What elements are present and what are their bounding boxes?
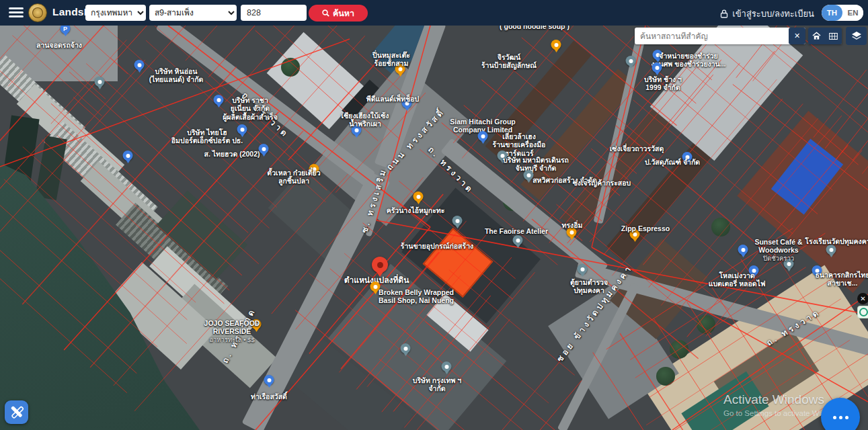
map-pin[interactable] — [401, 343, 411, 353]
map-place-label[interactable]: เซียงเฮียงใบ้เซ้ง น้ำพริกเผา — [342, 112, 389, 128]
login-register-link[interactable]: เข้าสู่ระบบ/ลงทะเบียน — [720, 7, 814, 21]
map-pin[interactable] — [652, 62, 662, 73]
map-pin[interactable] — [513, 235, 523, 245]
search-button-label: ค้นหา — [333, 7, 354, 20]
login-register-label: เข้าสู่ระบบ/ลงทะเบียน — [732, 7, 814, 21]
place-search-input[interactable] — [635, 32, 789, 41]
lang-en-button[interactable]: EN — [842, 5, 863, 21]
map-place-label[interactable]: โหลเม่งวาด แบตเตอรี่ หลอดไฟ — [709, 271, 766, 288]
hamburger-menu-icon[interactable] — [9, 7, 24, 18]
map-place-label[interactable]: จำหน่ายของชำร่วย งานศพ ของชำร่วยงาน... — [652, 52, 726, 69]
lands-department-logo — [28, 3, 47, 22]
grid-sheet-button[interactable] — [825, 28, 842, 44]
map-pin[interactable] — [264, 375, 274, 385]
close-panel-icon[interactable]: ✕ — [857, 293, 868, 304]
measure-tools-icon — [10, 406, 24, 419]
parcel-boundary-overlay — [0, 26, 868, 430]
map-place-label[interactable]: ซ่งเจริญค้ากระสอบ — [573, 179, 631, 187]
map-place-label[interactable]: Broken Belly Wrapped Basil Shop, Nai Nue… — [379, 288, 454, 305]
parcel-number-input[interactable] — [241, 5, 307, 21]
lock-icon — [720, 9, 728, 18]
map-pin[interactable] — [478, 131, 488, 141]
map-place-label[interactable]: Zipp Espresso — [621, 224, 670, 232]
map-pin[interactable] — [738, 245, 748, 255]
map-pin[interactable]: P — [61, 26, 71, 34]
map-pin[interactable] — [551, 40, 561, 50]
search-icon — [322, 9, 329, 17]
map-place-label[interactable]: เซ่งเจี่ยวถาวรวัสดุ — [610, 144, 664, 153]
map-place-label[interactable]: ตั้วเหลา ก๋วยเตี๋ยว ลูกชิ้นปลา — [267, 169, 320, 185]
map-place-label[interactable]: ธนาคารกสิกรไทย สาขาเช... — [815, 271, 868, 288]
province-select[interactable]: กรุงเทพมหานคร — [85, 5, 146, 21]
map-pin[interactable] — [578, 264, 588, 274]
map-place-label[interactable]: ครัวนางไอ้หมูกะทะ — [387, 206, 445, 214]
map-sheet-select[interactable]: ส9-สามเพ็ง — [149, 5, 237, 21]
map-place-label[interactable]: พีดีแลนด์เพ็ทช็อป — [366, 95, 419, 103]
map-pin[interactable] — [442, 361, 452, 372]
map-place-label[interactable]: บริษัท กรุงเทพ ฯ จำกัด — [413, 376, 461, 393]
language-toggle: TH EN — [822, 5, 863, 21]
satellite-map-canvas[interactable]: ✕ ✕ — [0, 26, 868, 430]
map-place-label[interactable]: ลานจอดรถจ้าง — [36, 41, 82, 49]
layers-icon — [851, 31, 862, 41]
search-button[interactable]: ค้นหา — [309, 5, 368, 22]
map-place-label[interactable]: Sunset Café & Woodworksปิดชั่วคราว — [754, 238, 802, 262]
map-pin[interactable] — [134, 60, 145, 70]
map-pin[interactable] — [259, 144, 269, 154]
map-place-label[interactable]: ( good noodle soup ) — [500, 26, 569, 30]
map-place-label[interactable]: บริษัท มหามิตรเดินรถ จันทบุรี จำกัด — [503, 156, 569, 173]
map-pin[interactable] — [413, 191, 424, 202]
clear-search-button[interactable]: ✕ — [789, 28, 805, 44]
lang-th-button[interactable]: TH — [822, 5, 842, 21]
map-place-label[interactable]: บริษัท ไทยโฮ อิมปอร์ตเอ็กซ์ปอร์ต ปธ. — [171, 128, 243, 145]
map-place-label[interactable]: บริษัท ราชา ยูเนี่ยน จำกัด ผู้ผลิตเสื้อผ… — [223, 96, 278, 121]
place-search-box: ✕ — [635, 28, 805, 44]
map-pin[interactable] — [626, 56, 636, 66]
home-button[interactable] — [808, 28, 825, 44]
app-topbar: LandsMaps กรุงเทพมหานคร ส9-สามเพ็ง ค้นหา… — [0, 0, 868, 26]
map-place-label[interactable]: The Faoirse Atelier — [485, 227, 548, 235]
map-pin[interactable] — [95, 77, 105, 87]
map-place-label[interactable]: ร้านขายอุปกรณ์ก่อสร้าง — [401, 242, 473, 250]
map-place-label[interactable]: ตู้ยามตำรวจ ปทุมคงคา — [570, 278, 608, 295]
home-icon — [812, 32, 821, 40]
map-place-label[interactable]: บริษัท หินอ่อน (ไทยแลนด์) จำกัด — [149, 67, 204, 84]
selected-parcel-marker[interactable] — [372, 257, 388, 273]
map-place-label[interactable]: ปิ่นหมูสะเต๊ะ ร้อยชักสาม — [372, 51, 410, 68]
map-pin[interactable] — [123, 150, 133, 161]
map-place-label[interactable]: ทรงอิ่ม — [562, 221, 583, 229]
streetview-toggle-icon[interactable] — [857, 306, 868, 318]
map-control-group — [808, 28, 842, 44]
map-place-label[interactable]: JOJO SEAFOOD RIVERSIDEอาหารทะเล • $$ — [204, 319, 260, 343]
map-pin[interactable] — [826, 245, 836, 255]
map-place-label[interactable]: ส. ไทยฮวด (2002) — [204, 150, 260, 158]
map-place-label[interactable]: บริษัท ช้าง ฯ 1999 จำกัด — [644, 75, 682, 92]
map-place-label[interactable]: จิรวัฒน์ ร้านป้ายสัญลักษณ์ — [481, 53, 537, 70]
map-place-label[interactable]: ท่าเรือสวัสดิ์ — [251, 392, 287, 400]
measure-tools-button[interactable] — [5, 400, 28, 424]
layers-button[interactable] — [846, 27, 867, 45]
grid-icon — [829, 32, 838, 40]
three-dots-icon — [833, 416, 836, 419]
map-place-label[interactable]: ป.วัสดุภัณฑ์ จำกัด — [645, 158, 700, 166]
map-pin[interactable] — [452, 216, 463, 226]
map-place-label[interactable]: โรงเรียนวัดปทุมคงคา — [805, 237, 868, 245]
